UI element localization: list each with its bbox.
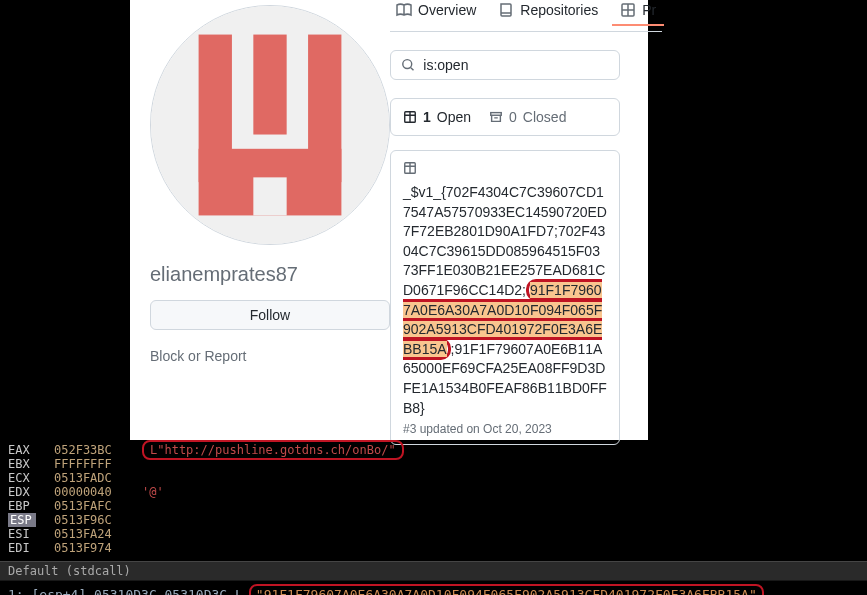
archive-icon xyxy=(489,110,503,124)
project-icon xyxy=(620,2,636,18)
register-row: ECX0513FADC xyxy=(0,471,867,485)
register-value: 00000040 xyxy=(54,485,124,499)
debugger-section-label: Default (stdcall) xyxy=(0,561,867,581)
repo-icon xyxy=(498,2,514,18)
tab-overview-label: Overview xyxy=(418,2,476,18)
project-meta: #3 updated on Oct 20, 2023 xyxy=(403,422,607,436)
register-value: 0513F96C xyxy=(54,513,124,527)
register-extra: '@' xyxy=(142,485,164,499)
stack-highlight-box: "91F1F79607A0E6A30A7A0D10F094F065F902A59… xyxy=(249,584,764,595)
register-name: EAX xyxy=(8,443,36,457)
table-icon xyxy=(403,161,417,175)
svg-rect-9 xyxy=(491,113,502,116)
register-row: ESI0513FA24 xyxy=(0,527,867,541)
search-input[interactable] xyxy=(423,57,609,73)
open-count-num: 1 xyxy=(423,109,431,125)
open-count-link[interactable]: 1 Open xyxy=(403,109,471,125)
profile-sidebar: elianemprates87 Follow Block or Report xyxy=(130,0,390,440)
register-value: 0513FAFC xyxy=(54,499,124,513)
book-icon xyxy=(396,2,412,18)
closed-count-num: 0 xyxy=(509,109,517,125)
username-label: elianemprates87 xyxy=(150,263,380,286)
follow-button[interactable]: Follow xyxy=(150,300,390,330)
tab-overview[interactable]: Overview xyxy=(390,0,482,25)
table-icon xyxy=(403,110,417,124)
debugger-panel: EAX052F33BCL"http://pushline.gotdns.ch/o… xyxy=(0,443,867,595)
tab-projects-label: Pr xyxy=(642,2,656,18)
project-counts: 1 Open 0 Closed xyxy=(390,98,620,136)
register-value: FFFFFFFF xyxy=(54,457,124,471)
svg-rect-5 xyxy=(253,177,286,215)
tab-repositories[interactable]: Repositories xyxy=(492,0,604,25)
avatar[interactable] xyxy=(150,5,390,245)
closed-count-link[interactable]: 0 Closed xyxy=(489,109,566,125)
register-name: ESP xyxy=(8,513,36,527)
stack-line-prefix: 1: [esp+4] 05310D3C 05310D3C L xyxy=(8,587,243,595)
register-value: 0513FADC xyxy=(54,471,124,485)
register-row: EBXFFFFFFFF xyxy=(0,457,867,471)
register-value: 0513F974 xyxy=(54,541,124,555)
project-card[interactable]: _$v1_{702F4304C7C39607CD17547A57570933EC… xyxy=(390,150,620,445)
register-row: EBP0513FAFC xyxy=(0,499,867,513)
register-value: 052F33BC xyxy=(54,443,124,457)
register-name: EDX xyxy=(8,485,36,499)
register-row: EDX00000040'@' xyxy=(0,485,867,499)
tab-projects[interactable]: Pr xyxy=(614,0,662,25)
svg-rect-3 xyxy=(253,35,286,135)
profile-main: Overview Repositories Pr 1 Open xyxy=(390,0,662,440)
closed-count-label: Closed xyxy=(523,109,567,125)
register-name: ESI xyxy=(8,527,36,541)
register-row: EAX052F33BCL"http://pushline.gotdns.ch/o… xyxy=(0,443,867,457)
register-name: EBP xyxy=(8,499,36,513)
register-name: EBX xyxy=(8,457,36,471)
register-name: ECX xyxy=(8,471,36,485)
stack-row: 1: [esp+4] 05310D3C 05310D3C L "91F1F796… xyxy=(0,581,867,595)
register-row: ESP0513F96C xyxy=(0,513,867,527)
avatar-identicon-icon xyxy=(151,6,389,244)
project-card-icon xyxy=(403,161,607,179)
register-value: 0513FA24 xyxy=(54,527,124,541)
tab-repositories-label: Repositories xyxy=(520,2,598,18)
register-name: EDI xyxy=(8,541,36,555)
register-row: EDI0513F974 xyxy=(0,541,867,555)
project-title-text: _$v1_{702F4304C7C39607CD17547A57570933EC… xyxy=(403,183,607,418)
svg-point-7 xyxy=(403,60,412,69)
profile-tabs: Overview Repositories Pr xyxy=(390,0,662,32)
register-extra-highlight: L"http://pushline.gotdns.ch/onBo/" xyxy=(142,440,404,460)
github-profile-panel: elianemprates87 Follow Block or Report O… xyxy=(130,0,648,440)
open-count-label: Open xyxy=(437,109,471,125)
registers-block: EAX052F33BCL"http://pushline.gotdns.ch/o… xyxy=(0,443,867,555)
search-icon xyxy=(401,57,415,73)
search-box[interactable] xyxy=(390,50,620,80)
block-report-link[interactable]: Block or Report xyxy=(150,348,380,364)
